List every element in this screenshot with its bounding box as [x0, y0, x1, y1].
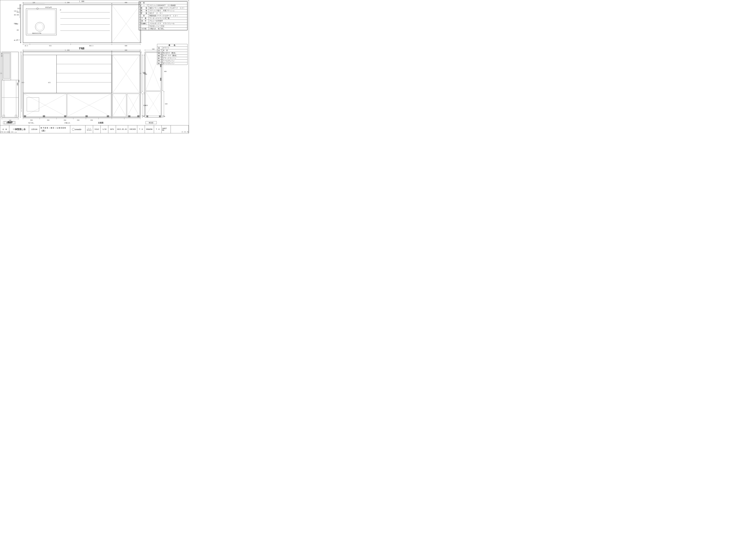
svg-text:294: 294 [90, 119, 93, 121]
svg-rect-67 [57, 55, 111, 93]
spec-label-hinge: 丁 番 [139, 17, 149, 20]
color-name-wn: ｳｨﾝｻﾞｰﾅｯﾄ（艶有） [162, 55, 187, 57]
date-label-cell: DATA [108, 125, 116, 133]
svg-text:620: 620 [165, 103, 167, 105]
color-code-lg: LG [157, 49, 162, 52]
color-name-pm: ペールグレイン [162, 60, 187, 62]
scale-label-text: SCALE [94, 128, 99, 130]
model-label-text: 設置名称 [31, 128, 38, 130]
svg-text:394: 394 [64, 119, 66, 121]
svg-rect-90 [24, 115, 26, 117]
svg-text:600: 600 [125, 49, 127, 51]
svg-point-5 [35, 22, 44, 31]
color-name-bs: ブラックストーン [162, 57, 187, 60]
checked-label-cell: CHECKED [128, 125, 137, 133]
color-row-pm: PM ペールグレイン [157, 60, 187, 62]
spec-label-drawer: 引き出し [139, 22, 149, 25]
spec-label-top: ト ッ プ [139, 4, 149, 7]
checked-value-cell: T．K [137, 125, 145, 133]
svg-text:1，800: 1，800 [79, 48, 84, 50]
spec-label-handle: 把 手 [139, 20, 149, 22]
svg-text:620: 620 [145, 105, 148, 106]
company-text: ワンド株式会社 [87, 128, 92, 131]
svg-text:394: 394 [47, 119, 49, 121]
model-number-text: ＫＴＤ５－８０－１８０ＤＫ（左） [40, 127, 69, 132]
svg-rect-92 [64, 115, 67, 117]
svg-text:672: 672 [22, 82, 24, 83]
spec-header: 仕 様 [139, 2, 187, 4]
drawing-value-cell: T．K [154, 125, 162, 133]
drawing-label-cell: DRAWING [145, 125, 154, 133]
svg-text:25: 25 [1, 53, 2, 55]
date-label-text: DATA [110, 128, 114, 130]
spec-row-back: 背 板 ＭＤＦ ２．５ｔ [139, 12, 187, 14]
svg-rect-71 [23, 55, 57, 93]
spec-value-drawer2: 引き出しトレー付き [149, 25, 187, 28]
spec-value-side: 低圧メラミン化粧パーティクルボード １２ｔ [149, 7, 187, 10]
logo-cell: onedo [70, 125, 86, 133]
spec-value-drawer: メタルボックス スライドレール [149, 22, 187, 25]
svg-rect-94 [107, 115, 109, 117]
svg-text:75: 75 [60, 9, 61, 11]
svg-text:208: 208 [16, 14, 19, 16]
sheet-label-cell: SHEET NO. [162, 125, 171, 133]
date-value-cell: 2023.05.01 [116, 125, 128, 133]
filepath-text: KTD5-80-180DK-C3D-L.jw [0, 132, 16, 133]
svg-rect-66 [23, 52, 112, 117]
svg-text:水栓孔φ38: 水栓孔φ38 [45, 7, 52, 8]
svg-rect-55 [3, 115, 5, 117]
color-table: 扉 色 SW ホワイト LG 木 目 UW ｳﾙﾄﾗﾎﾜｲﾄ（艶有） WN ｳｨ… [157, 44, 187, 65]
spec-row-drawer: 引き出し メタルボックス スライドレール [139, 22, 187, 25]
svg-text:断面図: 断面図 [149, 122, 153, 124]
color-row-sw: SW ホワイト [157, 47, 187, 49]
company-cell: ワンド株式会社 [86, 125, 93, 133]
color-code-sw: SW [157, 47, 162, 49]
filepath: KTD5-80-180DK-C3D-L.jw [0, 132, 16, 133]
svg-text:294: 294 [77, 119, 79, 121]
svg-text:90: 90 [143, 116, 145, 117]
spec-label-other: その他 [139, 28, 149, 30]
spec-row-top: ト ッ プ ステンレスSUS443CT ゴミ収納器 [139, 4, 187, 7]
scale-value-cell: 1/10 [101, 125, 108, 133]
svg-text:550: 550 [14, 23, 16, 24]
svg-text:底板排水孔135φ: 底板排水孔135φ [32, 33, 41, 34]
checked-label-text: CHECKED [129, 128, 136, 130]
spec-value-other: 小物入れ 包丁差し [149, 28, 187, 30]
color-name-lg: 木 目 [162, 49, 187, 52]
svg-text:118.5: 118.5 [14, 11, 17, 12]
model-label: 設置名称 [29, 125, 40, 133]
date-value-text: 2023.05.01 [117, 128, 127, 130]
spec-value-floor: ステンレス貼り 片面フラッシュ [149, 10, 187, 12]
spec-value-back: ＭＤＦ ２．５ｔ [149, 12, 187, 14]
spec-value-top: ステンレスSUS443CT ゴミ収納器 [149, 4, 187, 7]
spec-value-door: 両面化粧パーティクルボード １２ｔ [149, 14, 187, 17]
svg-rect-95 [128, 115, 130, 117]
color-row-wn: WN ｳｨﾝｻﾞｰﾅｯﾄ（艶有） [157, 55, 187, 57]
color-row-bs: BS ブラックストーン [157, 57, 187, 60]
svg-text:90: 90 [163, 116, 165, 117]
color-header-row: 扉 色 [157, 44, 187, 47]
color-name-sw: ホワイト [162, 47, 187, 49]
svg-text:600: 600 [125, 45, 127, 47]
svg-text:672: 672 [48, 82, 51, 83]
svg-text:1，800: 1，800 [79, 1, 84, 2]
svg-text:600: 600 [125, 2, 127, 3]
svg-rect-72 [23, 93, 112, 117]
svg-rect-4 [27, 10, 55, 34]
spec-label-floor: 地 板 [139, 10, 149, 12]
svg-rect-80 [112, 52, 140, 117]
spec-value-hinge: ワンタッチスライド式丁番 [149, 17, 187, 20]
svg-rect-0 [23, 5, 140, 43]
spec-row-door: 扉 両面化粧パーティクルボード １２ｔ [139, 14, 187, 17]
spec-value-handle: アルミー文字把手 [149, 20, 187, 22]
svg-text:43.5: 43.5 [25, 45, 28, 47]
checked-value-text: T．K [139, 128, 143, 130]
spec-label-drawer2 [139, 25, 149, 28]
color-name-md: ダークグレイン [162, 62, 187, 65]
model-number: ＫＴＤ５－８０－１８０ＤＫ（左） [40, 125, 70, 133]
color-row-uw: UW ｳﾙﾄﾗﾎﾜｲﾄ（艶有） [157, 52, 187, 55]
svg-rect-91 [43, 115, 45, 117]
color-code-wn: WN [157, 55, 162, 57]
svg-rect-56 [15, 115, 17, 117]
svg-rect-96 [137, 115, 140, 117]
